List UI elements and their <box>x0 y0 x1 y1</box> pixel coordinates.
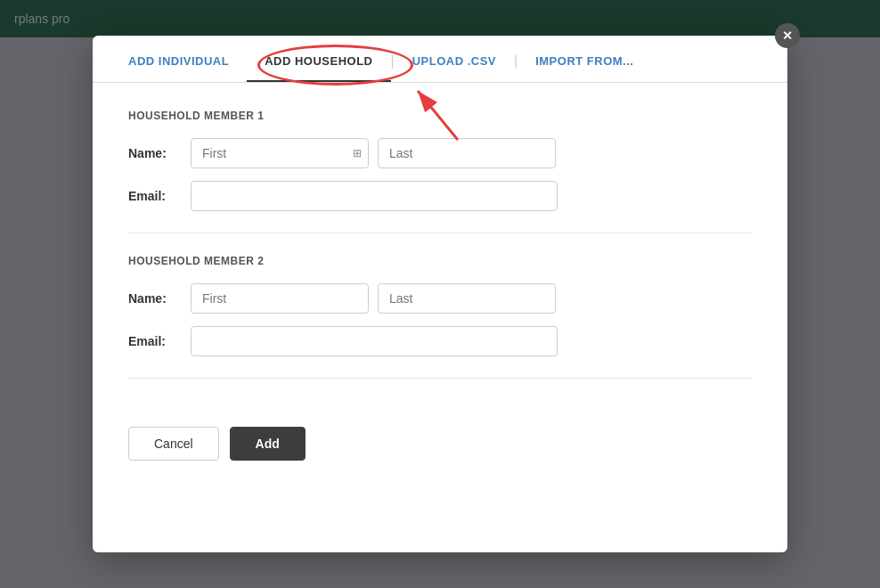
member1-name-row: Name: ⊞ <box>128 138 752 168</box>
member1-email-label: Email: <box>128 189 191 203</box>
household-member-1-section: HOUSEHOLD MEMBER 1 Name: ⊞ Email: <box>128 110 752 211</box>
cancel-button[interactable]: Cancel <box>128 427 219 461</box>
footer-divider <box>128 378 752 379</box>
member2-name-label: Name: <box>128 291 191 306</box>
member2-name-row: Name: <box>128 283 752 314</box>
member-divider <box>128 233 752 233</box>
member1-last-name-input[interactable] <box>378 138 556 168</box>
add-button[interactable]: Add <box>230 427 306 461</box>
member2-email-row: Email: <box>128 326 752 356</box>
member1-first-wrapper: ⊞ <box>191 138 369 168</box>
modal-overlay: ✕ ADD INDIVIDUAL ADD HOUSEHOLD | UPLOAD … <box>0 0 880 588</box>
member2-email-label: Email: <box>128 334 191 348</box>
member1-heading: HOUSEHOLD MEMBER 1 <box>128 110 752 122</box>
add-household-modal: ✕ ADD INDIVIDUAL ADD HOUSEHOLD | UPLOAD … <box>93 36 787 552</box>
close-button[interactable]: ✕ <box>775 23 800 48</box>
member1-email-inputs <box>191 181 752 211</box>
modal-footer: Cancel Add <box>93 400 787 461</box>
tab-import-from[interactable]: IMPORT FROM... <box>517 54 651 82</box>
member1-name-label: Name: <box>128 146 191 160</box>
member2-last-name-input[interactable] <box>378 283 556 314</box>
tab-navigation: ADD INDIVIDUAL ADD HOUSEHOLD | UPLOAD .C… <box>93 36 787 83</box>
modal-body: HOUSEHOLD MEMBER 1 Name: ⊞ Email: <box>93 83 787 379</box>
member2-first-name-input[interactable] <box>191 283 369 314</box>
tab-add-household[interactable]: ADD HOUSEHOLD <box>247 54 390 82</box>
member2-name-inputs <box>191 283 752 314</box>
member1-email-input[interactable] <box>191 181 558 211</box>
household-member-2-section: HOUSEHOLD MEMBER 2 Name: Email: <box>128 255 752 356</box>
member2-heading: HOUSEHOLD MEMBER 2 <box>128 255 752 267</box>
member1-first-name-input[interactable] <box>191 138 369 168</box>
member2-email-input[interactable] <box>191 326 558 356</box>
tab-add-individual[interactable]: ADD INDIVIDUAL <box>128 54 247 82</box>
member1-name-inputs: ⊞ <box>191 138 752 168</box>
member1-email-row: Email: <box>128 181 752 211</box>
tab-upload-csv[interactable]: UPLOAD .CSV <box>395 54 514 82</box>
member2-email-inputs <box>191 326 752 356</box>
